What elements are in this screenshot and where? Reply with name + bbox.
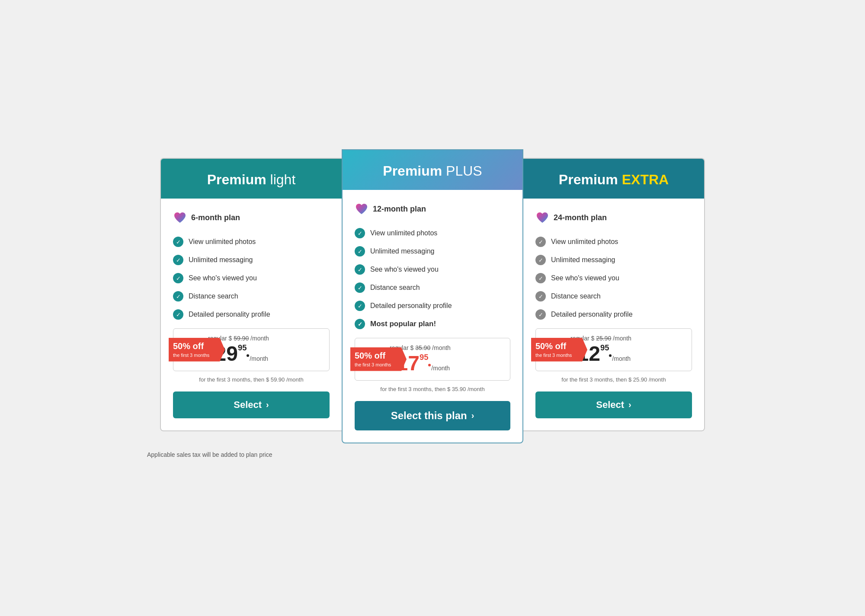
pricing-section-plus: 50% offthe first 3 monthsregular $ 35.90…	[355, 338, 510, 380]
pricing-section-extra: 50% offthe first 3 monthsregular $ 25.90…	[535, 328, 692, 371]
check-icon: ✓	[535, 309, 546, 320]
check-icon: ✓	[355, 228, 365, 238]
check-icon: ✓	[173, 255, 183, 265]
plan-header-light: Premium light	[161, 159, 342, 199]
feature-item: ✓View unlimited photos	[535, 237, 692, 247]
arrow-icon: ›	[266, 400, 269, 410]
feature-item: ✓Detailed personality profile	[173, 309, 330, 320]
check-icon: ✓	[173, 273, 183, 283]
plans-container: Premium light 6-month plan ✓View unlimit…	[147, 158, 718, 443]
arrow-icon: ›	[628, 400, 631, 410]
feature-item: ✓See who's viewed you	[173, 273, 330, 283]
feature-text: See who's viewed you	[551, 274, 619, 282]
price-disclaimer-extra: for the first 3 months, then $ 25.90 /mo…	[535, 376, 692, 383]
feature-item: ✓Distance search	[535, 291, 692, 302]
features-list-plus: ✓View unlimited photos✓Unlimited messagi…	[355, 228, 510, 329]
feature-item: ✓View unlimited photos	[355, 228, 510, 238]
check-icon: ✓	[355, 282, 365, 293]
plan-title-light: Premium light	[170, 172, 333, 188]
heart-icon	[355, 202, 368, 216]
feature-item: ✓Distance search	[173, 291, 330, 302]
feature-text: Distance search	[551, 292, 601, 300]
button-label: Select	[596, 399, 624, 411]
current-price-light: $2995/month	[208, 343, 320, 364]
select-button-plus[interactable]: Select this plan ›	[355, 401, 510, 430]
feature-text: See who's viewed you	[189, 274, 257, 282]
feature-text: View unlimited photos	[551, 238, 618, 246]
feature-text: Detailed personality profile	[551, 311, 633, 318]
plan-title-extra: Premium EXTRA	[532, 172, 695, 188]
current-price-extra: $1295/month	[570, 343, 683, 364]
check-icon: ✓	[355, 301, 365, 311]
feature-text: Distance search	[370, 284, 420, 292]
check-icon: ✓	[173, 309, 183, 320]
plan-duration-plus: 12-month plan	[355, 202, 510, 216]
features-list-extra: ✓View unlimited photos✓Unlimited messagi…	[535, 237, 692, 320]
price-disclaimer-plus: for the first 3 months, then $ 35.90 /mo…	[355, 386, 510, 392]
feature-text: Detailed personality profile	[189, 311, 270, 318]
duration-text: 6-month plan	[191, 213, 240, 222]
footer-note: Applicable sales tax will be added to pl…	[147, 451, 718, 458]
check-icon: ✓	[535, 237, 546, 247]
arrow-icon: ›	[471, 411, 474, 420]
feature-text: See who's viewed you	[370, 266, 439, 273]
plan-title-plus: Premium PLUS	[351, 163, 514, 179]
feature-item: ✓See who's viewed you	[535, 273, 692, 283]
feature-text: Unlimited messaging	[189, 256, 253, 264]
check-icon: ✓	[535, 273, 546, 283]
check-icon: ✓	[173, 291, 183, 302]
current-price-plus: $1795/month	[390, 353, 501, 374]
feature-text: View unlimited photos	[370, 229, 437, 237]
feature-item: ✓Detailed personality profile	[535, 309, 692, 320]
plan-body-light: 6-month plan ✓View unlimited photos✓Unli…	[161, 199, 342, 430]
select-button-light[interactable]: Select ›	[173, 391, 330, 418]
discount-badge-light: 50% offthe first 3 months	[169, 338, 225, 362]
plan-header-plus: Premium PLUS	[343, 150, 522, 190]
feature-item: ✓Unlimited messaging	[173, 255, 330, 265]
regular-price-extra: regular $ 25.90 /month	[570, 335, 683, 342]
feature-text: Distance search	[189, 292, 238, 300]
check-icon: ✓	[535, 291, 546, 302]
plan-duration-extra: 24-month plan	[535, 211, 692, 225]
duration-text: 12-month plan	[373, 205, 426, 214]
feature-text: Detailed personality profile	[370, 302, 452, 310]
regular-price-plus: regular $ 35.90 /month	[390, 344, 501, 351]
feature-text: Unlimited messaging	[370, 247, 435, 255]
feature-item: ✓Detailed personality profile	[355, 301, 510, 311]
check-icon: ✓	[535, 255, 546, 265]
duration-text: 24-month plan	[554, 213, 607, 222]
feature-item: ✓Unlimited messaging	[355, 246, 510, 257]
plan-card-plus: Premium PLUS 12-month plan ✓View unlimit…	[342, 149, 523, 443]
discount-badge-plus: 50% offthe first 3 months	[350, 347, 407, 371]
button-label: Select this plan	[391, 410, 467, 422]
discount-badge-extra: 50% offthe first 3 months	[531, 338, 587, 362]
check-icon: ✓	[173, 237, 183, 247]
heart-icon	[173, 211, 187, 225]
regular-price-light: regular $ 59.90 /month	[208, 335, 320, 342]
check-icon: ✓	[355, 264, 365, 275]
check-icon: ✓	[355, 246, 365, 257]
feature-item: ✓See who's viewed you	[355, 264, 510, 275]
feature-item: ✓View unlimited photos	[173, 237, 330, 247]
plan-card-light: Premium light 6-month plan ✓View unlimit…	[160, 158, 342, 431]
feature-text: View unlimited photos	[189, 238, 256, 246]
price-disclaimer-light: for the first 3 months, then $ 59.90 /mo…	[173, 376, 330, 383]
features-list-light: ✓View unlimited photos✓Unlimited messagi…	[173, 237, 330, 320]
plan-body-plus: 12-month plan ✓View unlimited photos✓Unl…	[343, 190, 522, 442]
select-button-extra[interactable]: Select ›	[535, 391, 692, 418]
button-label: Select	[234, 399, 262, 411]
plan-header-extra: Premium EXTRA	[523, 159, 704, 199]
heart-icon	[535, 211, 549, 225]
plan-duration-light: 6-month plan	[173, 211, 330, 225]
feature-item: ✓Distance search	[355, 282, 510, 293]
check-icon: ✓	[355, 319, 365, 329]
plan-body-extra: 24-month plan ✓View unlimited photos✓Unl…	[523, 199, 704, 430]
pricing-section-light: 50% offthe first 3 monthsregular $ 59.90…	[173, 328, 330, 371]
feature-text: Most popular plan!	[370, 320, 436, 328]
feature-item: ✓Most popular plan!	[355, 319, 510, 329]
plan-card-extra: Premium EXTRA 24-month plan ✓View unlimi…	[523, 158, 705, 431]
feature-item: ✓Unlimited messaging	[535, 255, 692, 265]
feature-text: Unlimited messaging	[551, 256, 615, 264]
